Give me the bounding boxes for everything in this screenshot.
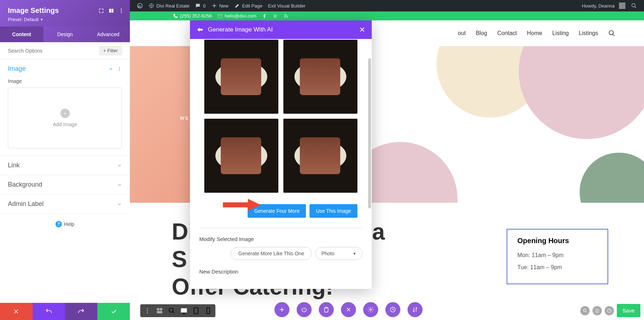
zoom-icon[interactable] [168, 307, 175, 314]
exit-visual-builder[interactable]: Exit Visual Builder [265, 3, 308, 9]
tablet-icon[interactable] [192, 307, 200, 314]
avatar [619, 3, 625, 9]
section-image-header[interactable]: Image [0, 59, 130, 78]
svg-point-9 [121, 12, 122, 13]
generate-four-more-button[interactable]: Generate Four More [248, 204, 306, 218]
chevron-down-icon [117, 163, 122, 168]
svg-rect-22 [207, 308, 210, 314]
fab-sort[interactable] [408, 302, 423, 317]
section-link-header[interactable]: Link [0, 156, 130, 175]
filter-button[interactable]: + Filter [99, 46, 122, 55]
fab-trash[interactable] [319, 302, 334, 317]
hours-row-mon: Mon: 11am – 9pm [517, 252, 597, 259]
svg-point-13 [147, 308, 148, 309]
back-icon[interactable] [196, 26, 204, 33]
mini-search[interactable] [580, 306, 590, 315]
more-icon[interactable] [118, 8, 124, 14]
add-image-button[interactable]: + Add Image [8, 88, 122, 148]
nav-item-home[interactable]: Home [527, 30, 542, 36]
device-toolbar [140, 304, 215, 317]
svg-point-4 [609, 31, 614, 35]
toolbar-more-icon[interactable] [144, 307, 151, 314]
phone[interactable]: (255) 352-6258 [173, 13, 212, 19]
fab-close[interactable] [341, 302, 356, 317]
wireframe-icon[interactable] [156, 307, 163, 314]
save-button[interactable]: Save [617, 304, 640, 317]
fab-history[interactable] [385, 302, 400, 317]
svg-point-19 [169, 308, 174, 312]
builder-fab-row [274, 302, 423, 317]
settings-close-button[interactable] [0, 303, 33, 320]
close-icon[interactable]: ✕ [359, 25, 365, 34]
nav-item-blog[interactable]: Blog [476, 30, 487, 36]
svg-point-14 [147, 310, 148, 311]
svg-point-23 [370, 309, 372, 311]
image-settings-panel: Image Settings Preset: Default ▼ Content… [0, 0, 130, 320]
chevron-down-icon [117, 202, 122, 207]
settings-undo-button[interactable] [33, 303, 65, 320]
opening-hours-card: Opening Hours Mon: 11am – 9pm Tue: 11am … [507, 229, 608, 284]
mini-help[interactable]: ? [605, 306, 614, 315]
svg-rect-17 [160, 308, 162, 311]
svg-point-25 [583, 309, 586, 311]
svg-point-12 [119, 70, 120, 70]
settings-redo-button[interactable] [65, 303, 98, 320]
style-select[interactable]: Photo▼ [315, 247, 362, 260]
mobile-icon[interactable] [205, 307, 212, 314]
chevron-down-icon [117, 182, 122, 187]
section-admin-label-header[interactable]: Admin Label [0, 195, 130, 213]
tab-advanced[interactable]: Advanced [87, 26, 130, 42]
email[interactable]: hello@divi.com [218, 13, 256, 19]
mini-layers[interactable] [592, 306, 602, 315]
admin-search-icon[interactable] [628, 3, 640, 9]
svg-point-8 [121, 10, 122, 11]
nav-item-about[interactable]: out [458, 30, 465, 36]
preset-selector[interactable]: Preset: Default ▼ [8, 17, 122, 22]
facebook-icon[interactable] [262, 14, 267, 19]
svg-rect-5 [109, 9, 111, 13]
section-more-icon[interactable] [117, 67, 122, 72]
help-link[interactable]: ?Help [0, 214, 130, 235]
x-twitter-icon[interactable] [273, 14, 278, 19]
tab-content[interactable]: Content [0, 26, 43, 42]
settings-tabs: Content Design Advanced [0, 26, 130, 42]
svg-point-7 [121, 9, 122, 10]
section-background-header[interactable]: Background [0, 175, 130, 194]
desktop-icon[interactable] [180, 307, 187, 314]
ai-result-1[interactable] [204, 40, 278, 114]
new-menu[interactable]: New [209, 3, 231, 9]
image-field-label: Image [8, 78, 122, 84]
expand-icon[interactable] [98, 8, 104, 14]
fab-settings[interactable] [363, 302, 378, 317]
ai-result-4[interactable] [283, 119, 357, 193]
use-this-image-button[interactable]: Use This Image [309, 204, 357, 218]
columns-icon[interactable] [108, 8, 114, 14]
settings-save-button[interactable] [97, 303, 130, 320]
ai-modal-header: Generate Image With AI ✕ [190, 20, 372, 39]
svg-point-10 [119, 67, 120, 68]
rss-icon[interactable] [283, 14, 288, 19]
tab-design[interactable]: Design [43, 26, 87, 42]
edit-page[interactable]: Edit Page [231, 3, 265, 9]
nav-search-icon[interactable] [608, 30, 615, 37]
comments-count[interactable]: 0 [192, 3, 208, 9]
fab-power[interactable] [297, 302, 312, 317]
svg-text:?: ? [609, 309, 610, 312]
top-info-bar: (255) 352-6258 hello@divi.com [130, 11, 644, 20]
nav-item-listings[interactable]: Listings [579, 30, 598, 36]
nav-item-contact[interactable]: Contact [497, 30, 517, 36]
search-options-input[interactable] [8, 48, 99, 54]
save-area: ? Save [580, 304, 640, 317]
modify-selected-label: Modify Selected Image [199, 236, 362, 242]
site-name[interactable]: Divi Real Estate [146, 3, 192, 9]
user-greeting[interactable]: Howdy, Deanna [579, 3, 628, 9]
nav-item-listing[interactable]: Listing [552, 30, 569, 36]
modal-scrollbar[interactable] [368, 58, 372, 289]
generate-more-like-this-button[interactable]: Generate More Like This One [231, 247, 312, 260]
svg-point-2 [632, 4, 635, 7]
ai-result-2[interactable] [283, 40, 357, 114]
fab-add[interactable] [274, 302, 289, 317]
ai-result-3[interactable] [204, 119, 278, 193]
hero-subtitle: WE [180, 115, 190, 121]
wp-logo[interactable] [134, 3, 146, 9]
